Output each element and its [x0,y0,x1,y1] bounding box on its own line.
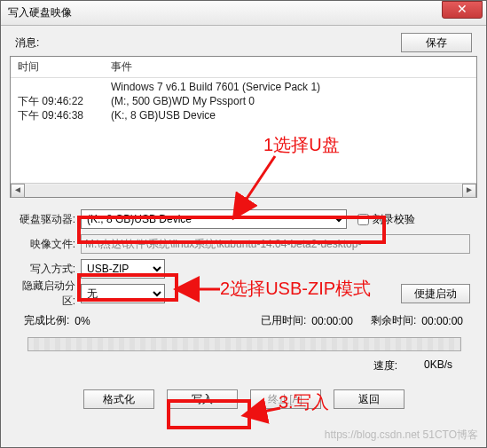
method-select[interactable]: USB-ZIP [81,259,165,279]
elapsed-label: 已用时间: [261,313,306,328]
progress-bar [27,337,461,351]
log-panel: 时间 事件 Windows 7 v6.1 Build 7601 (Service… [10,56,477,198]
log-body: Windows 7 v6.1 Build 7601 (Service Pack … [11,78,476,183]
remain-label: 剩余时间: [371,313,416,328]
horizontal-scrollbar[interactable]: ◄ ► [11,183,476,197]
form-area: 硬盘驱动器: (K:, 8 GB)USB Device 刻录校验 映像文件: 写… [10,198,477,416]
drive-select[interactable]: (K:, 8 GB)USB Device [81,209,347,229]
log-header-time: 时间 [18,59,111,75]
remain-value: 00:00:00 [421,315,463,327]
complete-label: 完成比例: [24,313,69,328]
close-icon: ✕ [457,2,467,16]
complete-value: 0% [75,315,90,327]
convenient-boot-button[interactable]: 便捷启动 [401,284,470,303]
burn-verify-label: 刻录校验 [373,212,415,227]
dialog-window: 写入硬盘映像 ✕ 消息: 保存 时间 事件 Windows 7 v6.1 Bui… [0,0,487,448]
format-button[interactable]: 格式化 [83,389,154,409]
image-label: 映像文件: [17,237,81,252]
elapsed-value: 00:00:00 [311,315,353,327]
method-label: 写入方式: [17,262,81,277]
log-row: 下午 09:46:22 (M:, 500 GB)WD My Pssport 0 [18,94,469,108]
burn-verify-wrap[interactable]: 刻录校验 [357,212,415,227]
drive-label: 硬盘驱动器: [17,212,81,227]
log-row: 下午 09:46:38 (K:, 8 GB)USB Device [18,108,469,122]
burn-verify-checkbox[interactable] [357,214,369,225]
close-button[interactable]: ✕ [442,1,483,19]
abort-button[interactable]: 终止[A] [250,389,321,409]
hide-partition-select[interactable]: 无 [81,284,165,303]
info-label: 消息: [15,35,39,51]
back-button[interactable]: 返回 [334,389,405,409]
speed-label: 速度: [373,358,397,373]
write-button[interactable]: 写入 [167,389,238,409]
log-header-event: 事件 [111,59,469,75]
image-path-input[interactable] [81,234,470,254]
bottom-button-bar: 格式化 写入 终止[A] 返回 [17,379,470,416]
scroll-right-icon[interactable]: ► [462,184,476,198]
content-area: 消息: 保存 时间 事件 Windows 7 v6.1 Build 7601 (… [1,26,486,423]
log-row: Windows 7 v6.1 Build 7601 (Service Pack … [18,80,469,94]
scroll-left-icon[interactable]: ◄ [11,184,25,198]
speed-value: 0KB/s [424,358,452,373]
scrollbar-track[interactable] [25,185,462,197]
save-button[interactable]: 保存 [401,33,472,52]
watermark: https://blog.csdn.net 51CTO博客 [325,428,478,443]
titlebar[interactable]: 写入硬盘映像 ✕ [1,1,486,26]
window-title: 写入硬盘映像 [8,5,72,20]
hide-label: 隐藏启动分区: [17,279,81,309]
